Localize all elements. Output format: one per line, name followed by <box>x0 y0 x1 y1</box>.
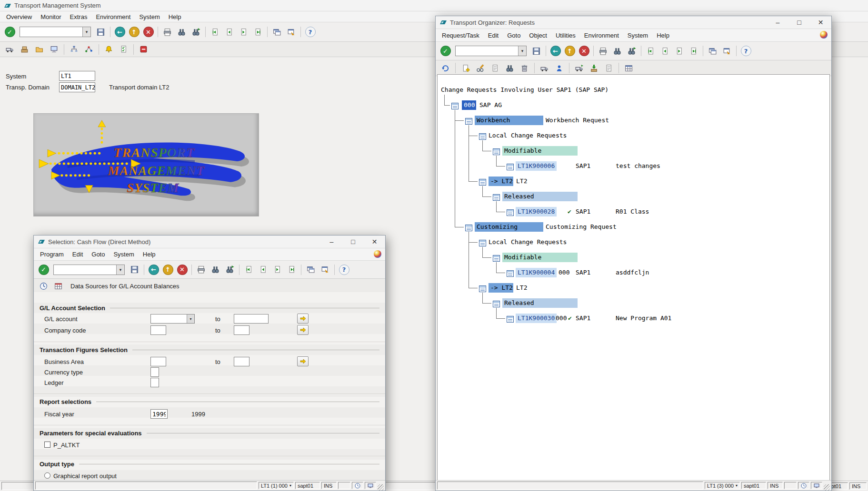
menu-item-help[interactable]: Help <box>652 31 674 40</box>
status-mode-box[interactable]: INS <box>768 482 783 489</box>
last-page-icon[interactable] <box>285 264 298 276</box>
back-icon[interactable]: ← <box>113 26 126 38</box>
enter-icon[interactable]: ✓ <box>37 264 50 276</box>
import-icon[interactable] <box>588 62 600 74</box>
checklist-icon[interactable] <box>117 43 130 56</box>
command-input[interactable] <box>54 265 116 275</box>
find-next-icon[interactable] <box>625 45 638 57</box>
system-field[interactable]: LT1 <box>59 71 95 81</box>
request-id[interactable]: LT1K900004 <box>516 268 557 277</box>
command-input[interactable] <box>20 27 82 37</box>
find-icon[interactable] <box>175 26 188 38</box>
menu-item-program[interactable]: Program <box>36 250 68 259</box>
print-icon[interactable] <box>597 45 609 57</box>
chevron-down-icon[interactable]: ▾ <box>736 483 738 488</box>
table-settings-icon[interactable] <box>622 62 635 74</box>
graphical-output-radio[interactable] <box>44 472 50 479</box>
cancel-icon[interactable]: ✕ <box>578 45 590 57</box>
request-node-icon[interactable] <box>493 147 500 154</box>
data-sources-icon[interactable] <box>52 280 65 293</box>
exit-icon[interactable]: ↑ <box>161 264 174 276</box>
back-icon[interactable]: ← <box>549 45 562 57</box>
prev-page-icon[interactable] <box>257 264 269 276</box>
status-mode-box[interactable]: INS <box>849 482 867 490</box>
request-node-icon[interactable] <box>493 193 500 200</box>
save-icon[interactable] <box>530 45 543 57</box>
cancel-icon[interactable]: ✕ <box>142 26 155 38</box>
close-button[interactable]: ✕ <box>810 16 831 29</box>
menu-item-overview[interactable]: Overview <box>2 12 36 21</box>
menu-item-goto[interactable]: Goto <box>87 250 109 259</box>
save-icon[interactable] <box>94 26 107 38</box>
new-session-icon[interactable] <box>304 264 317 276</box>
business-area-multi-select-button[interactable] <box>297 356 309 366</box>
menu-item-monitor[interactable]: Monitor <box>36 12 65 21</box>
menu-item-system[interactable]: System <box>135 12 164 21</box>
minimize-button[interactable]: – <box>767 16 788 29</box>
next-page-icon[interactable] <box>673 45 686 57</box>
first-page-icon[interactable] <box>209 26 221 38</box>
tree-node-label[interactable]: -> LT2 <box>489 177 513 186</box>
find-requests-icon[interactable] <box>503 62 516 74</box>
tree-node-label[interactable]: -> LT2 <box>489 283 513 293</box>
routes-graph-icon[interactable] <box>82 43 95 56</box>
maximize-button[interactable]: □ <box>788 16 810 29</box>
request-id[interactable]: LT1K900030 <box>516 314 557 323</box>
status-session-icon[interactable] <box>365 482 376 489</box>
tree-node-label[interactable]: Modifiable <box>502 253 578 262</box>
request-node-icon[interactable] <box>479 178 486 185</box>
import-queue-icon[interactable] <box>18 43 31 56</box>
resize-grip[interactable] <box>378 484 384 491</box>
menu-item-help[interactable]: Help <box>164 12 186 21</box>
status-system-box[interactable]: LT1 (3) 000▾ <box>705 482 740 489</box>
company-code-multi-select-button[interactable] <box>297 325 309 335</box>
new-session-icon[interactable] <box>270 26 283 38</box>
menu-item-system[interactable]: System <box>109 250 138 259</box>
menu-item-goto[interactable]: Goto <box>503 31 525 40</box>
minimize-button[interactable]: – <box>321 236 342 248</box>
gl-account-from-field[interactable]: ▾ <box>150 314 195 324</box>
business-area-from-field[interactable] <box>150 357 166 366</box>
refresh-icon[interactable] <box>439 62 452 74</box>
status-system-box[interactable]: LT1 (1) 000▾ <box>259 482 294 489</box>
request-node-icon[interactable] <box>493 300 500 306</box>
maximize-button[interactable]: □ <box>342 236 364 248</box>
help-icon[interactable]: ? <box>304 26 317 38</box>
exit-icon[interactable]: ↑ <box>563 45 576 57</box>
request-node-icon[interactable] <box>479 132 486 139</box>
find-next-icon[interactable] <box>223 264 236 276</box>
gl-account-input[interactable] <box>151 314 187 323</box>
chevron-down-icon[interactable]: ▾ <box>289 483 291 488</box>
enter-icon[interactable]: ✓ <box>3 26 16 38</box>
display-change-icon[interactable] <box>474 62 487 74</box>
menu-item-environment[interactable]: Environment <box>91 12 135 21</box>
last-page-icon[interactable] <box>687 45 700 57</box>
chevron-down-icon[interactable]: ▾ <box>518 46 526 56</box>
command-field[interactable]: ▾ <box>20 27 91 37</box>
tree-node-label[interactable]: Workbench <box>475 116 543 125</box>
enter-icon[interactable]: ✓ <box>439 45 452 57</box>
gl-account-multi-select-button[interactable] <box>297 314 309 324</box>
status-response-time-icon[interactable] <box>352 482 363 489</box>
find-next-icon[interactable] <box>190 26 202 38</box>
help-icon[interactable]: ? <box>739 45 752 57</box>
back-icon[interactable]: ← <box>147 264 160 276</box>
domain-folder-icon[interactable] <box>33 43 46 56</box>
cancel-icon[interactable]: ✕ <box>176 264 189 276</box>
chevron-down-icon[interactable]: ▾ <box>82 27 90 37</box>
request-node-icon[interactable] <box>451 102 459 108</box>
execute-icon[interactable] <box>37 280 50 293</box>
cashflow-titlebar[interactable]: Selection: Cash Flow (Direct Method) – □… <box>34 236 385 248</box>
command-input[interactable] <box>456 46 518 56</box>
organizer-titlebar[interactable]: Transport Organizer: Requests – □ ✕ <box>436 16 831 29</box>
request-node-icon[interactable] <box>465 117 472 124</box>
close-button[interactable]: ✕ <box>364 236 385 248</box>
release-icon[interactable] <box>538 62 551 74</box>
logs-icon[interactable] <box>602 62 615 74</box>
request-node-icon[interactable] <box>507 163 514 169</box>
print-icon[interactable] <box>195 264 208 276</box>
chevron-down-icon[interactable]: ▾ <box>116 265 124 275</box>
menu-item-extras[interactable]: Extras <box>66 12 92 21</box>
help-icon[interactable]: ? <box>338 264 350 276</box>
transport-copy-icon[interactable] <box>573 62 586 74</box>
